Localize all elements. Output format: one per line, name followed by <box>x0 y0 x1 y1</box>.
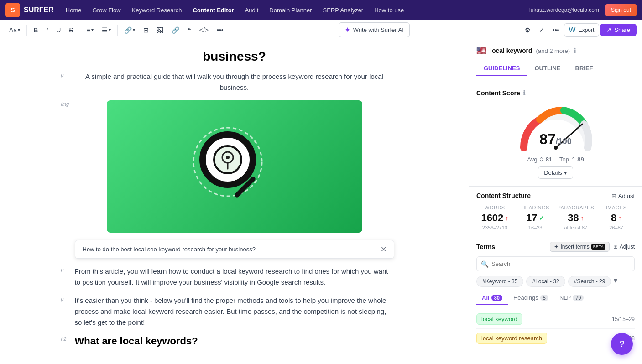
font-size-button[interactable]: Aa ▾ <box>5 24 24 36</box>
caption-bar[interactable]: How to do the best local seo keyword res… <box>75 240 394 259</box>
cs-images-value: 8 ↑ <box>598 212 635 224</box>
tab-guidelines[interactable]: GUIDELINES <box>476 61 527 76</box>
content-structure-section: Content Structure ⊞ Adjust WORDS 1602 ↑ … <box>469 187 642 236</box>
editor-paragraph-1[interactable]: A simple and practical guide that will w… <box>75 71 394 93</box>
quote-button[interactable]: ❝ <box>184 24 195 36</box>
nav-how-to-use[interactable]: How to use <box>370 4 408 16</box>
terms-header: Terms ✦ Insert terms BETA ⊞ Adjust <box>476 242 635 252</box>
strikethrough-button[interactable]: S <box>65 24 77 36</box>
p-tag-2: p <box>61 267 64 272</box>
cs-paragraphs: PARAGRAPHS 38 ↑ at least 87 <box>558 205 595 230</box>
term-tag-local[interactable]: #Local - 32 <box>526 276 565 287</box>
code-button[interactable]: </> <box>196 24 212 36</box>
nav-grow-flow[interactable]: Grow Flow <box>88 4 125 16</box>
editor-h2[interactable]: What are local keywords? <box>75 335 394 347</box>
editor-paragraph-2[interactable]: From this article, you will learn how to… <box>75 266 394 288</box>
logo-icon: S <box>5 3 20 17</box>
avg-label: Avg ⇕ 81 <box>527 156 552 163</box>
images-up-icon: ↑ <box>618 214 621 222</box>
image-button[interactable]: 🖼 <box>153 24 167 36</box>
editor-paragraph-3[interactable]: It's easier than you think - below you'l… <box>75 295 394 328</box>
export-button[interactable]: W Export <box>564 23 600 37</box>
toolbar-separator-1 <box>26 25 27 36</box>
insert-terms-button[interactable]: ✦ Insert terms BETA <box>550 242 609 252</box>
editor-title[interactable]: business? <box>75 49 394 64</box>
export-label: Export <box>579 27 595 33</box>
check-icon[interactable]: ✓ <box>535 24 548 36</box>
insert-icon: ✦ <box>554 244 558 250</box>
align-button[interactable]: ≡ ▾ <box>83 24 97 36</box>
term-tag-keyword[interactable]: #Keyword - 35 <box>476 276 523 287</box>
more-options-icon[interactable]: ••• <box>549 24 563 36</box>
sidebar-tabs: GUIDELINES OUTLINE BRIEF <box>476 61 635 76</box>
more-button[interactable]: ••• <box>213 24 227 36</box>
underline-button[interactable]: U <box>52 24 64 36</box>
navigation: S SURFER Home Grow Flow Keyword Research… <box>0 0 642 20</box>
h2-tag: h2 <box>61 336 67 342</box>
bold-button[interactable]: B <box>30 24 42 36</box>
write-with-surfer-button[interactable]: ✦ Write with Surfer AI <box>339 22 410 37</box>
info-icon[interactable]: ℹ <box>574 47 576 55</box>
tab-brief[interactable]: BRIEF <box>568 61 600 76</box>
cs-paragraphs-label: PARAGRAPHS <box>558 205 595 210</box>
tab-outline[interactable]: OUTLINE <box>527 61 568 76</box>
cs-headings-value: 17 ✓ <box>517 212 554 224</box>
nav-content-editor[interactable]: Content Editor <box>188 4 238 16</box>
cs-grid: WORDS 1602 ↑ 2356–2710 HEADINGS 17 ✓ 16–… <box>476 205 635 230</box>
editor-content: business? p A simple and practical guide… <box>75 49 394 347</box>
editor-toolbar: Aa ▾ B I U S ≡ ▾ ☰ ▾ 🔗 ▾ ⊞ 🖼 🔗 ❝ </> •••… <box>0 20 642 40</box>
logo-text: SURFER <box>24 6 54 14</box>
logo[interactable]: S SURFER <box>5 3 54 17</box>
settings-icon[interactable]: ⚙ <box>521 24 534 36</box>
editor-area[interactable]: business? p A simple and practical guide… <box>0 40 469 364</box>
filter-tab-nlp[interactable]: NLP 79 <box>554 291 590 305</box>
top-label: Top ⇑ 89 <box>559 156 584 163</box>
gauge-stats: Avg ⇕ 81 Top ⇑ 89 <box>476 156 635 163</box>
nav-home[interactable]: Home <box>61 4 86 16</box>
filter-tab-headings[interactable]: Headings 5 <box>508 291 554 305</box>
term-tags: #Keyword - 35 #Local - 32 #Search - 29 ▾ <box>476 276 635 287</box>
help-fab[interactable]: ? <box>611 333 633 355</box>
nav-serp-analyzer[interactable]: SERP Analyzer <box>318 4 368 16</box>
filter-tab-all[interactable]: All 80 <box>476 291 508 305</box>
terms-adjust-icon: ⊞ <box>613 244 618 250</box>
p-tag-3: p <box>61 296 64 302</box>
table-button[interactable]: ⊞ <box>140 24 152 36</box>
terms-search-input[interactable] <box>476 256 635 271</box>
expand-tags-icon[interactable]: ▾ <box>614 276 617 287</box>
cs-headings-label: HEADINGS <box>517 205 554 210</box>
nav-audit[interactable]: Audit <box>240 4 263 16</box>
score-info-icon[interactable]: ℹ <box>523 89 525 97</box>
terms-title: Terms <box>476 243 495 250</box>
user-email: lukasz.wardega@localo.com <box>529 7 599 13</box>
italic-button[interactable]: I <box>42 24 52 36</box>
list-button[interactable]: ☰ ▾ <box>98 24 115 36</box>
magnifier-svg <box>184 121 285 212</box>
term-chip-local-keyword-research[interactable]: local keyword research <box>476 333 547 344</box>
para3-row: p It's easier than you think - below you… <box>75 295 394 328</box>
details-button[interactable]: Details ▾ <box>538 166 573 179</box>
cs-words-label: WORDS <box>476 205 513 210</box>
caption-text: How to do the best local seo keyword res… <box>83 246 256 253</box>
nav-domain-planner[interactable]: Domain Planner <box>265 4 316 16</box>
caption-close-icon[interactable]: ✕ <box>381 245 386 254</box>
words-up-icon: ↑ <box>505 214 508 222</box>
headings-count-badge: 5 <box>540 295 548 301</box>
share-button[interactable]: ↗ Share <box>600 24 637 36</box>
link-button[interactable]: 🔗 ▾ <box>120 24 139 36</box>
cs-images-range: 26–87 <box>598 225 635 230</box>
content-score-section: Content Score ℹ <box>469 82 642 187</box>
nav-keyword-research[interactable]: Keyword Research <box>127 4 187 16</box>
editor-image[interactable] <box>107 100 362 233</box>
ai-icon: ✦ <box>344 26 350 34</box>
hyperlink-button[interactable]: 🔗 <box>168 24 183 36</box>
signout-button[interactable]: Sign out <box>605 4 637 16</box>
keyword-row: 🇺🇸 local keyword (and 2 more) ℹ <box>476 46 635 56</box>
term-tag-search[interactable]: #Search - 29 <box>568 276 611 287</box>
term-chip-local-keyword[interactable]: local keyword <box>476 313 522 325</box>
terms-adjust-button[interactable]: ⊞ Adjust <box>613 244 635 250</box>
wordpress-icon: W <box>569 26 576 34</box>
keyword-main: local keyword <box>490 47 532 54</box>
sidebar: 🇺🇸 local keyword (and 2 more) ℹ GUIDELIN… <box>469 40 642 364</box>
cs-adjust-button[interactable]: ⊞ Adjust <box>611 192 635 199</box>
